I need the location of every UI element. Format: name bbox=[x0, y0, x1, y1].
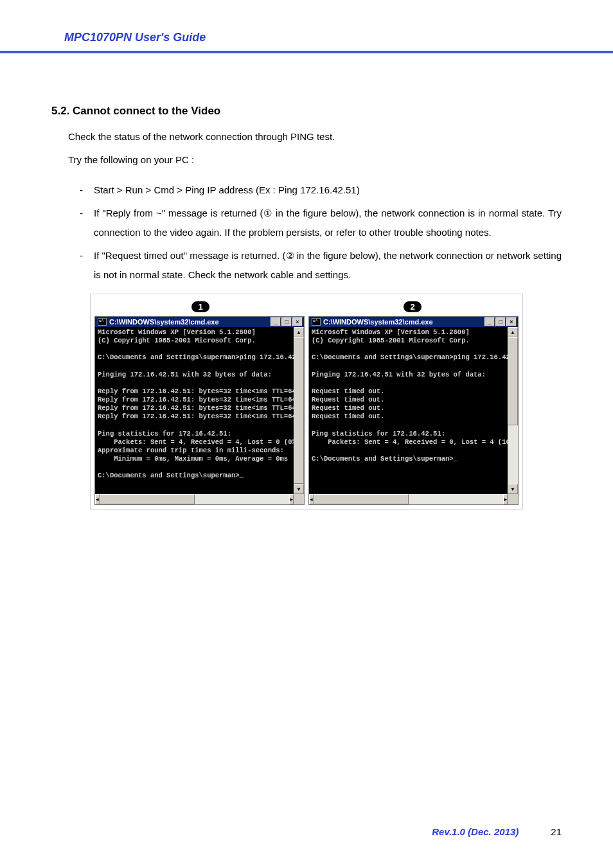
page-header: MPC1070PN User's Guide bbox=[0, 0, 613, 53]
section-heading: 5.2. Cannot connect to the Video bbox=[51, 105, 562, 118]
list-item: If "Request timed out" message is return… bbox=[77, 246, 562, 285]
resize-grip-icon[interactable] bbox=[508, 494, 518, 504]
list-item: Start > Run > Cmd > Ping IP address (Ex … bbox=[77, 181, 562, 200]
scroll-left-icon[interactable]: ◄ bbox=[95, 494, 100, 504]
window-controls: _ □ × bbox=[271, 317, 303, 326]
titlebar[interactable]: C:\WINDOWS\system32\cmd.exe _ □ × bbox=[309, 317, 518, 327]
maximize-button[interactable]: □ bbox=[495, 317, 506, 326]
vertical-scrollbar[interactable]: ▲ ▼ bbox=[294, 327, 304, 494]
scroll-left-icon[interactable]: ◄ bbox=[309, 494, 314, 504]
badge-row: 1 2 bbox=[94, 301, 519, 312]
scroll-thumb[interactable] bbox=[508, 337, 518, 425]
cmd-window-2: C:\WINDOWS\system32\cmd.exe _ □ × Micros… bbox=[308, 316, 519, 505]
scroll-down-icon[interactable]: ▼ bbox=[294, 484, 304, 494]
scroll-thumb[interactable] bbox=[100, 494, 195, 504]
section-title: Cannot connect to the Video bbox=[73, 105, 220, 117]
scroll-right-icon[interactable]: ► bbox=[289, 494, 294, 504]
horizontal-scrollbar[interactable]: ◄ ► bbox=[309, 494, 518, 504]
scroll-down-icon[interactable]: ▼ bbox=[508, 484, 518, 494]
cmd-window-1: C:\WINDOWS\system32\cmd.exe _ □ × Micros… bbox=[94, 316, 305, 505]
paragraph: Check the status of the network connecti… bbox=[68, 129, 562, 145]
vertical-scrollbar[interactable]: ▲ ▼ bbox=[508, 327, 518, 494]
figure-badge-1: 1 bbox=[191, 301, 209, 312]
window-title: C:\WINDOWS\system32\cmd.exe bbox=[109, 318, 219, 326]
close-button[interactable]: × bbox=[506, 317, 517, 326]
figure-badge-2: 2 bbox=[404, 301, 421, 312]
terminal-output: Microsoft Windows XP [Version 5.1.2600] … bbox=[95, 327, 294, 494]
horizontal-scrollbar[interactable]: ◄ ► bbox=[95, 494, 304, 504]
figure: 1 2 C:\WINDOWS\system32\cmd.exe _ □ × bbox=[90, 294, 523, 509]
section-number: 5.2. bbox=[51, 105, 69, 117]
minimize-button[interactable]: _ bbox=[484, 317, 495, 326]
scroll-thumb[interactable] bbox=[294, 337, 304, 484]
page-footer: Rev.1.0 (Dec. 2013) 21 bbox=[432, 826, 562, 837]
doc-title: MPC1070PN User's Guide bbox=[64, 31, 206, 44]
scroll-right-icon[interactable]: ► bbox=[503, 494, 508, 504]
cmd-icon bbox=[312, 318, 321, 326]
maximize-button[interactable]: □ bbox=[281, 317, 292, 326]
bullet-list: Start > Run > Cmd > Ping IP address (Ex … bbox=[77, 181, 562, 285]
window-controls: _ □ × bbox=[484, 317, 517, 326]
cmd-icon bbox=[98, 318, 107, 326]
page-number: 21 bbox=[551, 826, 562, 837]
scroll-up-icon[interactable]: ▲ bbox=[508, 327, 518, 337]
scroll-thumb[interactable] bbox=[314, 494, 409, 504]
paragraph: Try the following on your PC : bbox=[68, 152, 562, 168]
revision-text: Rev.1.0 (Dec. 2013) bbox=[432, 826, 519, 837]
terminal-output: Microsoft Windows XP [Version 5.1.2600] … bbox=[309, 327, 508, 494]
titlebar[interactable]: C:\WINDOWS\system32\cmd.exe _ □ × bbox=[95, 317, 304, 327]
close-button[interactable]: × bbox=[292, 317, 303, 326]
window-title: C:\WINDOWS\system32\cmd.exe bbox=[323, 318, 433, 326]
scroll-up-icon[interactable]: ▲ bbox=[294, 327, 304, 337]
resize-grip-icon[interactable] bbox=[294, 494, 304, 504]
list-item: If "Reply from ~" message is returned (①… bbox=[77, 204, 562, 242]
page-content: 5.2. Cannot connect to the Video Check t… bbox=[0, 53, 613, 509]
minimize-button[interactable]: _ bbox=[271, 317, 281, 326]
